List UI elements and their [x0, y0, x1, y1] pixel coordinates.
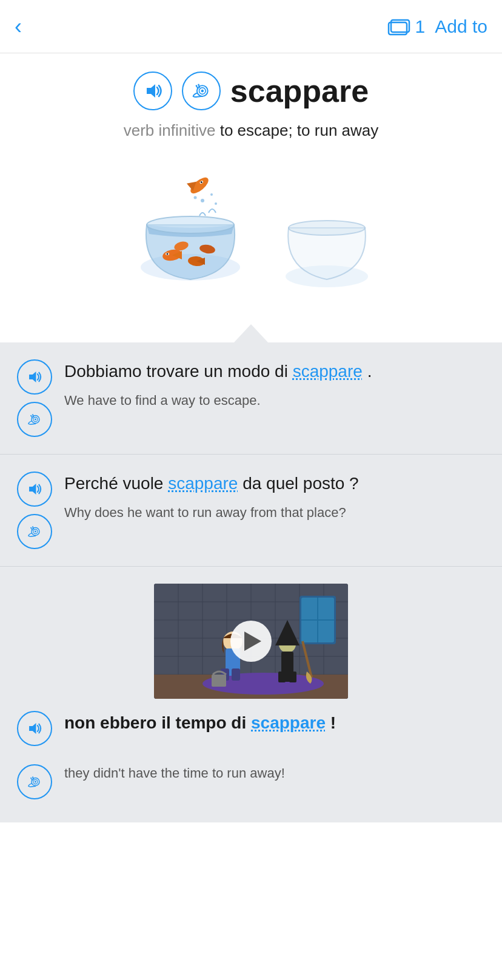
svg-marker-38 [29, 484, 36, 495]
play-icon [244, 632, 261, 651]
example-1-english: We have to find a way to escape. [64, 392, 485, 410]
video-thumbnail[interactable] [154, 584, 348, 699]
example-2-text: Perché vuole scappare da quel posto ? Wh… [64, 472, 485, 522]
example-3-audio-button[interactable] [17, 711, 52, 746]
example-3-text: non ebbero il tempo di scappare ! [64, 711, 485, 743]
slow-audio-button[interactable] [182, 72, 221, 110]
snail-icon [27, 774, 42, 790]
example-3-audio-col [17, 711, 52, 746]
svg-point-5 [201, 90, 203, 92]
speaker-icon [27, 369, 42, 385]
example-item-1: Dobbiamo trovare un modo di scappare . W… [0, 342, 502, 455]
section-divider [0, 322, 502, 342]
example-2-audio-button[interactable] [17, 472, 52, 507]
svg-point-35 [30, 415, 32, 416]
fishbowl-empty [275, 164, 378, 292]
cards-icon [387, 18, 410, 36]
example-2-italian-after: da quel posto ? [243, 474, 359, 493]
svg-point-27 [215, 202, 217, 205]
illustration-area [15, 140, 487, 310]
word-pos: verb infinitive [124, 121, 216, 139]
svg-point-9 [198, 84, 199, 85]
word-definition: verb infinitive to escape; to run away [15, 121, 487, 140]
back-button[interactable]: ‹ [15, 16, 22, 38]
word-icons-row: scappare [15, 72, 487, 110]
example-1-audio-col [17, 359, 52, 437]
cards-badge[interactable]: 1 [387, 16, 426, 37]
speaker-icon [27, 721, 42, 736]
example-3-highlight: scappare [251, 713, 326, 732]
svg-rect-76 [212, 675, 226, 687]
svg-rect-69 [232, 668, 240, 681]
example-3-row: non ebbero il tempo di scappare ! [17, 711, 485, 752]
example-2-audio-col [17, 472, 52, 549]
example-3-slow-button[interactable] [17, 764, 52, 799]
snail-icon [192, 81, 211, 101]
example-item-3-wrapper: non ebbero il tempo di scappare ! [0, 567, 502, 822]
example-2-italian-before: Perché vuole [64, 474, 163, 493]
up-arrow-icon [234, 324, 268, 342]
svg-point-7 [195, 85, 197, 87]
examples-section: Dobbiamo trovare un modo di scappare . W… [0, 342, 502, 822]
svg-point-11 [147, 216, 234, 233]
example-1-audio-button[interactable] [17, 359, 52, 395]
play-button[interactable] [230, 621, 272, 662]
example-3-italian: non ebbero il tempo di scappare ! [64, 711, 485, 736]
fishbowl-full [124, 152, 257, 292]
fishbowl-container [124, 152, 378, 292]
speaker-icon [143, 81, 162, 101]
speaker-icon [27, 481, 42, 497]
snail-icon [27, 412, 42, 427]
header-right: 1 Add to [387, 16, 487, 37]
example-item-2: Perché vuole scappare da quel posto ? Wh… [0, 455, 502, 567]
word-section: scappare verb infinitive to escape; to r… [0, 53, 502, 322]
svg-point-25 [210, 193, 213, 196]
word-meaning: to escape; to run away [220, 121, 379, 139]
svg-rect-74 [289, 672, 296, 682]
example-3-english: they didn't have the time to run away! [64, 764, 485, 783]
example-2-italian: Perché vuole scappare da quel posto ? [64, 472, 485, 496]
svg-point-82 [30, 778, 32, 779]
example-1-italian: Dobbiamo trovare un modo di scappare . [64, 359, 485, 384]
example-1-text: Dobbiamo trovare un modo di scappare . W… [64, 359, 485, 410]
example-2-english: Why does he want to run away from that p… [64, 504, 485, 522]
svg-point-15 [167, 253, 169, 255]
svg-marker-77 [29, 723, 36, 734]
cards-count: 1 [415, 16, 426, 37]
svg-marker-2 [147, 84, 155, 98]
snail-icon [27, 524, 42, 539]
example-3-slow-col [17, 764, 52, 799]
svg-marker-30 [29, 372, 36, 382]
example-1-italian-after: . [367, 362, 372, 381]
word-title: scappare [230, 73, 369, 109]
svg-point-41 [35, 531, 36, 533]
svg-point-80 [35, 781, 36, 783]
svg-point-43 [30, 527, 32, 528]
example-3-italian-after: ! [330, 713, 336, 732]
header-left: ‹ [15, 16, 22, 38]
example-3-second-row: they didn't have the time to run away! [17, 764, 485, 805]
example-1-italian-before: Dobbiamo trovare un modo di [64, 362, 288, 381]
example-2-highlight: scappare [168, 474, 238, 493]
svg-point-24 [201, 199, 204, 202]
add-to-button[interactable]: Add to [435, 16, 487, 37]
svg-point-33 [35, 419, 36, 421]
svg-point-37 [32, 414, 33, 415]
example-2-slow-button[interactable] [17, 514, 52, 549]
example-1-highlight: scappare [293, 362, 363, 381]
example-1-slow-button[interactable] [17, 402, 52, 437]
svg-rect-73 [278, 672, 286, 682]
svg-point-45 [32, 526, 33, 527]
svg-point-29 [289, 221, 365, 235]
svg-point-84 [32, 776, 33, 778]
example-3-english-col: they didn't have the time to run away! [64, 764, 485, 783]
example-3-italian-before: non ebbero il tempo di [64, 713, 246, 732]
audio-button[interactable] [133, 72, 172, 110]
header: ‹ 1 Add to [0, 0, 502, 53]
svg-point-26 [194, 196, 197, 199]
